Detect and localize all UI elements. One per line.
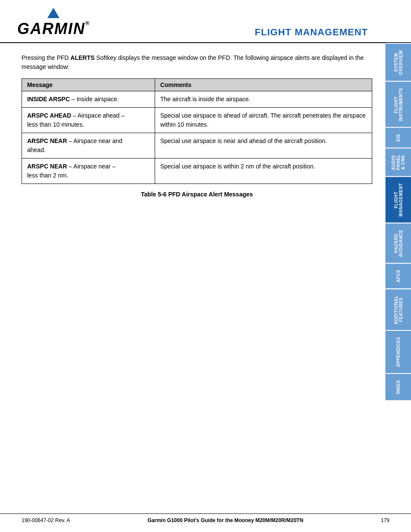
footer-book-title: Garmin G1000 Pilot's Guide for the Moone…: [147, 517, 303, 523]
garmin-triangle-icon: [47, 8, 59, 18]
table-cell-message-3: ARSPC NEAR – Airspace near andahead.: [22, 133, 155, 159]
footer-page-number: 179: [381, 517, 389, 523]
alerts-keyword: ALERTS: [71, 54, 95, 61]
logo-area: GARMIN®: [17, 8, 90, 38]
sidebar-item-additional-features[interactable]: ADDITIONALFEATURES: [386, 289, 411, 330]
table-cell-comments-1: The aircraft is inside the airspace.: [155, 91, 372, 108]
message-bold-3: ARSPC NEAR: [27, 137, 67, 144]
message-rest-1: – Inside airspace.: [70, 96, 119, 103]
table-caption: Table 5-6 PFD Airspace Alert Messages: [22, 191, 372, 198]
table-row: ARSPC NEAR – Airspace near –less than 2 …: [22, 159, 372, 184]
sidebar-item-eis[interactable]: EIS: [386, 127, 411, 148]
sidebar-item-hazard-avoidance[interactable]: HAZARDAVOIDANCE: [386, 223, 411, 263]
table-header-comments: Comments: [155, 79, 372, 91]
intro-text-before-alerts: Pressing the PFD: [22, 54, 71, 61]
table-cell-comments-3: Special use airspace is near and ahead o…: [155, 133, 372, 159]
alert-messages-table: Message Comments INSIDE ARSPC – Inside a…: [22, 78, 372, 184]
table-header-message: Message: [22, 79, 155, 91]
intro-paragraph: Pressing the PFD ALERTS Softkey displays…: [22, 53, 372, 72]
table-row: ARSPC AHEAD – Airspace ahead –less than …: [22, 108, 372, 133]
sidebar-item-audio-panel[interactable]: AUDIO PANEL& CNS: [386, 148, 411, 176]
table-cell-message-2: ARSPC AHEAD – Airspace ahead –less than …: [22, 108, 155, 133]
page-title: FLIGHT MANAGEMENT: [255, 27, 368, 38]
message-bold-4: ARSPC NEAR: [27, 163, 67, 170]
table-cell-message-1: INSIDE ARSPC – Inside airspace.: [22, 91, 155, 108]
garmin-logo: GARMIN®: [17, 20, 90, 38]
table-row: ARSPC NEAR – Airspace near andahead. Spe…: [22, 133, 372, 159]
sidebar-item-appendices[interactable]: APPENDICES: [386, 330, 411, 373]
page-footer: 190-00647-02 Rev. A Garmin G1000 Pilot's…: [0, 513, 411, 523]
table-cell-comments-2: Special use airspace is ahead of aircraf…: [155, 108, 372, 133]
sidebar: SYSTEMOVERVIEW FLIGHTINSTRUMENTS EIS AUD…: [385, 43, 411, 400]
sidebar-item-flight-instruments[interactable]: FLIGHTINSTRUMENTS: [386, 81, 411, 128]
message-bold-2: ARSPC AHEAD: [27, 112, 71, 119]
page-body: Pressing the PFD ALERTS Softkey displays…: [0, 43, 385, 400]
sidebar-item-index[interactable]: INDEX: [386, 373, 411, 400]
table-row: INSIDE ARSPC – Inside airspace. The airc…: [22, 91, 372, 108]
footer-doc-number: 190-00647-02 Rev. A: [22, 517, 70, 523]
page-header: GARMIN® FLIGHT MANAGEMENT: [0, 0, 411, 43]
sidebar-item-system-overview[interactable]: SYSTEMOVERVIEW: [386, 43, 411, 81]
table-cell-message-4: ARSPC NEAR – Airspace near –less than 2 …: [22, 159, 155, 184]
sidebar-item-flight-management[interactable]: FLIGHTMANAGEMENT: [386, 176, 411, 223]
message-bold-1: INSIDE ARSPC: [27, 96, 70, 103]
main-content: Pressing the PFD ALERTS Softkey displays…: [0, 43, 411, 400]
table-cell-comments-4: Special use airspace is within 2 nm of t…: [155, 159, 372, 184]
sidebar-item-afcs[interactable]: AFCS: [386, 263, 411, 288]
table-header-row: Message Comments: [22, 79, 372, 91]
